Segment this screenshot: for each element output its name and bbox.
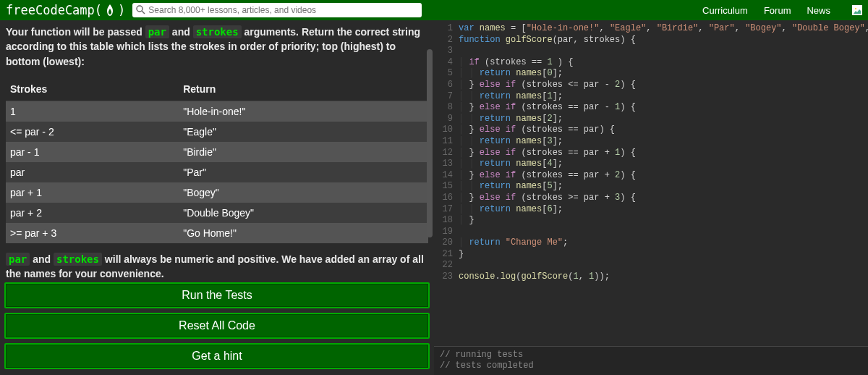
- cell-strokes: <= par - 2: [6, 122, 179, 142]
- code-editor[interactable]: 1var names = ["Hole-in-one!", "Eagle", "…: [434, 20, 868, 346]
- reset-code-button[interactable]: Reset All Code: [4, 313, 430, 339]
- editor-line[interactable]: 8│ } else if (strokes == par - 1) {: [434, 102, 868, 114]
- get-hint-button[interactable]: Get a hint: [4, 343, 430, 369]
- instructions-panel: Your function will be passed par and str…: [0, 20, 434, 375]
- table-row: par + 1"Bogey": [6, 182, 428, 203]
- line-code[interactable]: var names = ["Hole-in-one!", "Eagle", "B…: [459, 23, 868, 35]
- line-number: 1: [434, 23, 459, 35]
- editor-line[interactable]: 20│ return "Change Me";: [434, 237, 868, 249]
- nav-forum[interactable]: Forum: [764, 5, 791, 16]
- line-code[interactable]: │ return "Change Me";: [459, 237, 568, 249]
- main-area: Your function will be passed par and str…: [0, 20, 868, 375]
- table-row: <= par - 2"Eagle": [6, 122, 428, 142]
- run-tests-button[interactable]: Run the Tests: [4, 282, 430, 308]
- code-par: par: [145, 25, 169, 38]
- foot-code-strokes: strokes: [54, 253, 102, 266]
- line-code[interactable]: console.log(golfScore(1, 1));: [459, 271, 610, 283]
- editor-line[interactable]: 2function golfScore(par, strokes) {: [434, 35, 868, 46]
- code-strokes: strokes: [193, 25, 242, 38]
- cell-return: "Double Bogey": [179, 203, 428, 223]
- editor-line[interactable]: 19: [434, 227, 868, 238]
- line-code[interactable]: │ } else if (strokes == par + 1) {: [459, 148, 636, 159]
- line-number: 14: [434, 170, 459, 182]
- cell-return: "Eagle": [179, 122, 428, 142]
- line-number: 15: [434, 181, 459, 193]
- console-line: // running tests: [440, 350, 868, 361]
- nav-links: Curriculum Forum News: [702, 5, 830, 16]
- search-icon: [135, 4, 145, 17]
- line-code[interactable]: │ │ return names[6];: [459, 204, 563, 216]
- line-number: 13: [434, 159, 459, 170]
- line-code[interactable]: │ │ return names[0];: [459, 68, 563, 80]
- cell-return: "Par": [179, 162, 428, 182]
- th-return: Return: [179, 77, 428, 101]
- line-code[interactable]: │ │ return names[3];: [459, 136, 563, 148]
- foot-code-par: par: [6, 253, 30, 266]
- scrollbar[interactable]: [427, 49, 433, 237]
- logo-suffix: ): [118, 3, 125, 17]
- nav-curriculum[interactable]: Curriculum: [702, 5, 748, 16]
- line-code[interactable]: │ │ return names[4];: [459, 159, 563, 170]
- svg-point-3: [855, 8, 856, 9]
- line-code[interactable]: │ │ return names[1];: [459, 91, 563, 103]
- editor-line[interactable]: 23console.log(golfScore(1, 1));: [434, 271, 868, 283]
- line-code[interactable]: │ │ return names[5];: [459, 181, 563, 193]
- search-box[interactable]: [132, 3, 422, 17]
- line-code[interactable]: }: [459, 249, 464, 261]
- table-row: >= par + 3"Go Home!": [6, 223, 428, 243]
- editor-line[interactable]: 21}: [434, 249, 868, 261]
- editor-line[interactable]: 9│ │ return names[2];: [434, 114, 868, 125]
- line-code[interactable]: │ if (strokes == 1 ) {: [459, 57, 573, 69]
- table-row: par"Par": [6, 162, 428, 182]
- editor-line[interactable]: 14│ } else if (strokes == par + 2) {: [434, 170, 868, 182]
- search-input[interactable]: [148, 5, 419, 15]
- line-code[interactable]: │ } else if (strokes == par - 1) {: [459, 102, 636, 114]
- editor-line[interactable]: 1var names = ["Hole-in-one!", "Eagle", "…: [434, 23, 868, 35]
- svg-point-0: [137, 6, 142, 12]
- line-code[interactable]: function golfScore(par, strokes) {: [459, 35, 636, 46]
- editor-line[interactable]: 3: [434, 46, 868, 57]
- editor-line[interactable]: 22: [434, 260, 868, 271]
- line-number: 20: [434, 237, 459, 249]
- editor-line[interactable]: 13│ │ return names[4];: [434, 159, 868, 170]
- table-row: par - 1"Birdie": [6, 142, 428, 162]
- line-code[interactable]: │ } else if (strokes == par + 2) {: [459, 170, 636, 182]
- line-number: 18: [434, 215, 459, 227]
- editor-line[interactable]: 11│ │ return names[3];: [434, 136, 868, 148]
- editor-line[interactable]: 10│ } else if (strokes == par) {: [434, 125, 868, 136]
- line-code[interactable]: │ } else if (strokes <= par - 2) {: [459, 80, 636, 91]
- cell-strokes: par + 1: [6, 182, 179, 203]
- editor-line[interactable]: 15│ │ return names[5];: [434, 181, 868, 193]
- editor-line[interactable]: 4│ if (strokes == 1 ) {: [434, 57, 868, 69]
- instructions-scroll[interactable]: Your function will be passed par and str…: [0, 20, 434, 278]
- line-number: 16: [434, 193, 459, 204]
- line-code[interactable]: │ } else if (strokes == par) {: [459, 125, 615, 136]
- logo[interactable]: freeCodeCamp( ): [6, 3, 125, 17]
- nav-news[interactable]: News: [807, 5, 830, 16]
- line-number: 6: [434, 80, 459, 91]
- line-number: 9: [434, 114, 459, 125]
- editor-line[interactable]: 6│ } else if (strokes <= par - 2) {: [434, 80, 868, 91]
- line-code[interactable]: │ }: [459, 215, 475, 227]
- intro-pre: Your function will be passed: [6, 26, 145, 38]
- line-number: 7: [434, 91, 459, 103]
- line-code[interactable]: │ │ return names[2];: [459, 114, 563, 125]
- editor-line[interactable]: 12│ } else if (strokes == par + 1) {: [434, 148, 868, 159]
- editor-line[interactable]: 7│ │ return names[1];: [434, 91, 868, 103]
- editor-line[interactable]: 18│ }: [434, 215, 868, 227]
- line-number: 17: [434, 204, 459, 216]
- console-output: // running tests // tests completed: [434, 346, 868, 375]
- line-number: 10: [434, 125, 459, 136]
- cell-strokes: par - 1: [6, 142, 179, 162]
- table-row: par + 2"Double Bogey": [6, 203, 428, 223]
- intro-text: Your function will be passed par and str…: [6, 25, 428, 69]
- editor-line[interactable]: 5│ │ return names[0];: [434, 68, 868, 80]
- editor-line[interactable]: 16│ } else if (strokes >= par + 3) {: [434, 193, 868, 204]
- line-number: 4: [434, 57, 459, 69]
- line-number: 12: [434, 148, 459, 159]
- line-code[interactable]: │ } else if (strokes >= par + 3) {: [459, 193, 636, 204]
- editor-line[interactable]: 17│ │ return names[6];: [434, 204, 868, 216]
- line-number: 19: [434, 227, 459, 238]
- cell-strokes: par + 2: [6, 203, 179, 223]
- profile-icon[interactable]: [852, 5, 862, 15]
